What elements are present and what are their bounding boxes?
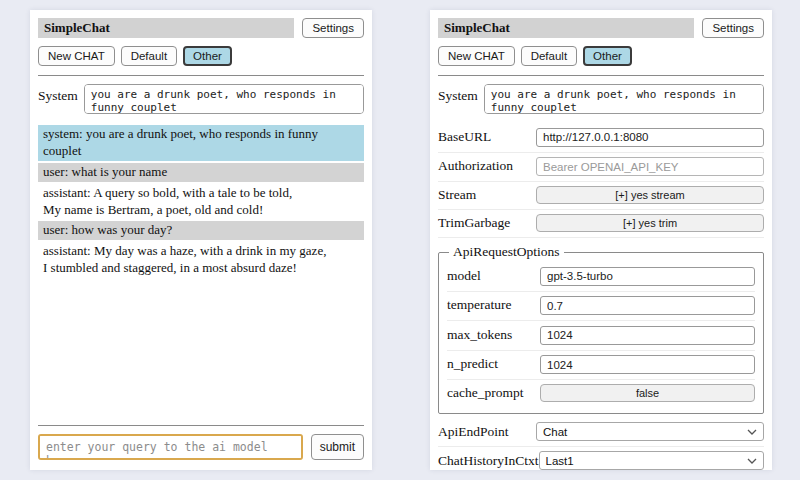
session-button-default[interactable]: Default [521,46,577,66]
baseurl-input[interactable] [536,128,764,147]
n-predict-label: n_predict [447,356,498,372]
session-button-other[interactable]: Other [183,46,232,66]
chat-message-assistant: assistant: My day was a haze, with a dri… [38,242,364,278]
temperature-label: temperature [447,297,511,313]
setting-row-temperature: temperature [447,292,755,322]
system-prompt-label: System [438,84,478,104]
system-prompt-input[interactable] [484,84,764,114]
cache-prompt-label: cache_prompt [447,385,523,401]
n-predict-input[interactable] [540,355,755,374]
page: SimpleChat Settings New CHAT Default Oth… [0,0,800,480]
api-endpoint-label: ApiEndPoint [438,424,509,440]
chat-history-in-ctxt-select[interactable]: Last1 [539,451,765,470]
authorization-input[interactable] [536,157,764,176]
setting-row-baseurl: BaseURL [438,123,764,153]
trimgarbage-toggle-button[interactable]: [+] yes trim [536,214,764,232]
chat-panel: SimpleChat Settings New CHAT Default Oth… [30,10,372,470]
stream-label: Stream [438,187,476,203]
system-prompt-label: System [38,84,78,104]
new-chat-button[interactable]: New CHAT [438,46,515,66]
chevron-down-icon [747,429,757,435]
system-prompt-row: System [38,84,364,114]
setting-row-cache-prompt: cache_prompt false [447,380,755,407]
trimgarbage-label: TrimGarbage [438,215,510,231]
settings-panel: SimpleChat Settings New CHAT Default Oth… [430,10,772,470]
chat-log: system: you are a drunk poet, who respon… [38,125,364,280]
new-chat-button[interactable]: New CHAT [38,46,115,66]
session-toolbar: New CHAT Default Other [38,46,364,66]
divider [38,75,364,76]
settings-button[interactable]: Settings [702,18,764,38]
api-endpoint-selected-value: Chat [543,426,567,438]
chat-history-selected-value: Last1 [546,455,574,467]
settings-button[interactable]: Settings [302,18,364,38]
authorization-label: Authorization [438,158,513,174]
chat-panel-header: SimpleChat Settings [38,18,364,38]
divider [38,425,364,426]
api-request-options-fieldset: ApiRequestOptions model temperature max_… [438,244,764,414]
setting-row-trimgarbage: TrimGarbage [+] yes trim [438,210,764,238]
submit-button[interactable]: submit [311,434,364,460]
system-prompt-row: System [438,84,764,114]
chat-message-system: system: you are a drunk poet, who respon… [38,125,364,161]
settings-panel-header: SimpleChat Settings [438,18,764,38]
session-toolbar: New CHAT Default Other [438,46,764,66]
spacer [38,280,364,418]
max-tokens-input[interactable] [540,326,755,345]
setting-row-max-tokens: max_tokens [447,321,755,351]
setting-row-n-predict: n_predict [447,351,755,381]
stream-toggle-button[interactable]: [+] yes stream [536,186,764,204]
model-input[interactable] [540,267,755,286]
app-title: SimpleChat [38,18,294,38]
temperature-input[interactable] [540,296,755,315]
settings-list: BaseURL Authorization Stream [+] yes str… [438,123,764,470]
api-endpoint-select[interactable]: Chat [536,422,764,441]
setting-row-authorization: Authorization [438,153,764,183]
model-label: model [447,268,481,284]
session-button-other[interactable]: Other [583,46,632,66]
setting-row-stream: Stream [+] yes stream [438,182,764,210]
cache-prompt-toggle-button[interactable]: false [540,384,755,402]
session-button-default[interactable]: Default [121,46,177,66]
setting-row-api-endpoint: ApiEndPoint Chat [438,418,764,447]
divider [438,75,764,76]
query-row: submit [38,434,364,460]
chat-history-in-ctxt-label: ChatHistoryInCtxt [438,453,539,469]
chat-message-assistant: assistant: A query so bold, with a tale … [38,184,364,220]
setting-row-model: model [447,262,755,292]
app-title: SimpleChat [438,18,694,38]
chevron-down-icon [747,458,757,464]
api-request-options-legend: ApiRequestOptions [449,244,564,260]
chat-message-user: user: how was your day? [38,221,364,240]
system-prompt-input[interactable] [84,84,364,114]
setting-row-chat-history-in-ctxt: ChatHistoryInCtxt Last1 [438,447,764,470]
baseurl-label: BaseURL [438,129,491,145]
query-input[interactable] [38,434,303,460]
chat-message-user: user: what is your name [38,163,364,182]
max-tokens-label: max_tokens [447,327,512,343]
